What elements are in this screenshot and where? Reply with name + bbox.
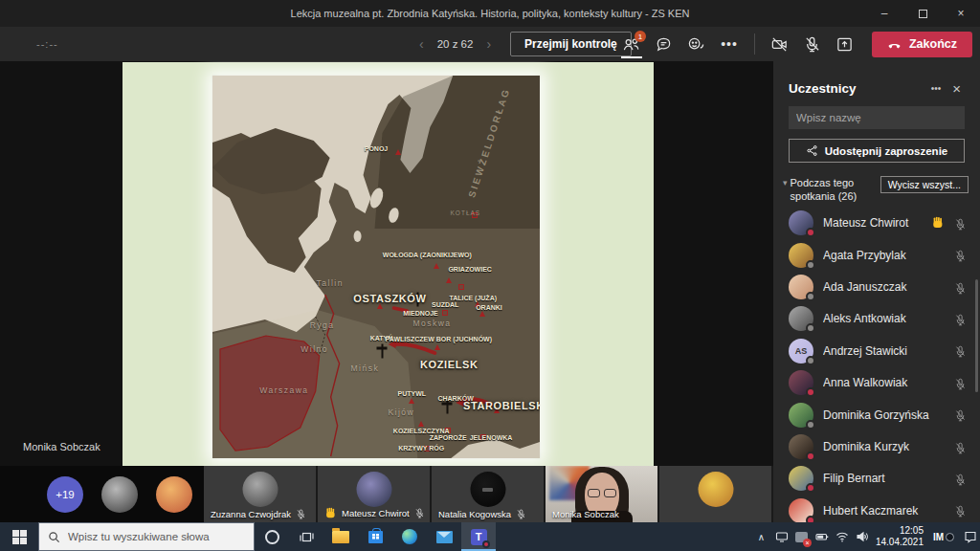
edge-button[interactable] [392,522,427,551]
hidden-participant-avatar[interactable] [156,476,192,513]
task-view-button[interactable] [289,522,323,551]
maximize-button[interactable] [903,0,942,27]
chat-icon [655,35,673,54]
participant-avatar [789,498,813,522]
tray-expand-button[interactable]: ∧ [751,522,771,551]
participant-row[interactable]: Aleks Antkowiak [773,303,980,335]
file-explorer-icon [332,531,349,543]
section-chevron-icon[interactable]: ▾ [783,178,788,187]
share-invite-button[interactable]: Udostępnij zaproszenie [789,139,965,163]
tile-avatar [356,472,391,507]
next-slide-button[interactable]: › [486,37,491,51]
cross-marker [377,343,388,358]
participant-row[interactable]: Mateusz Chwirot [773,208,980,239]
taskbar-search[interactable] [38,522,255,551]
video-tile[interactable]: Natalia Kogowska [432,466,544,522]
participant-row[interactable]: Dominika Kurzyk [773,430,980,462]
teams-icon: T [471,529,487,545]
map-label: KOZIELSZCZYNA [393,427,450,433]
start-button[interactable] [0,522,38,551]
mic-off-icon[interactable] [954,441,967,453]
volume-tray-icon[interactable] [852,522,872,551]
reactions-button[interactable] [681,29,712,59]
share-icon [806,144,818,157]
tile-name: Zuzanna Czwojdrak [211,509,291,519]
video-tile[interactable]: Zuzanna Czwojdrak [204,466,316,522]
overflow-count-badge[interactable]: +19 [47,476,83,513]
presence-badge [806,292,815,301]
battery-tray-icon[interactable] [812,522,832,551]
participant-row[interactable]: Hubert Kaczmarek [773,495,980,522]
mail-button[interactable] [427,522,461,551]
participant-name: Aleks Antkowiak [823,312,945,325]
mic-off-icon[interactable] [954,377,967,389]
participant-row[interactable]: Filip Bernart [773,463,980,495]
more-actions-button[interactable]: ••• [714,29,745,59]
mic-off-icon[interactable] [954,249,967,261]
mic-off-icon[interactable] [954,281,967,294]
video-tile[interactable]: Mateusz Chwirot [318,466,430,522]
share-screen-button[interactable] [830,29,860,59]
mic-off-icon[interactable] [954,504,967,517]
participant-avatar [789,370,813,395]
map-label: Ryga [310,320,335,330]
hidden-participant-avatar[interactable] [101,476,138,513]
map-label: Moskwa [412,319,451,328]
taskbar-search-input[interactable] [68,531,245,542]
file-explorer-button[interactable] [323,522,358,551]
participant-row[interactable]: Ada Januszczak [773,271,980,302]
display-tray-icon[interactable] [771,522,791,551]
panel-close-button[interactable]: × [947,80,967,97]
video-tile[interactable]: Monika Sobczak [546,466,657,522]
prev-slide-button[interactable]: ‹ [419,37,424,51]
triangle-marker [479,311,485,317]
participant-row[interactable]: Dominika Gorzyńska [773,399,980,430]
mic-off-icon[interactable] [954,217,967,230]
cortana-button[interactable] [255,522,289,551]
action-center-button[interactable] [960,522,980,551]
map-label: STAROBIELSK [463,400,540,411]
window-title: Lekcja muzealna pt. Zbrodnia Katyńska. H… [0,8,980,19]
mute-all-button[interactable]: Wycisz wszyst... [880,176,969,193]
participant-search-input[interactable] [789,106,965,129]
mic-off-icon[interactable] [954,313,967,325]
triangle-marker [409,398,414,404]
tile-avatar [698,472,733,507]
participant-row[interactable]: Agata Przybylak [773,239,980,271]
participant-row[interactable]: ASAndrzej Stawicki [773,335,980,366]
mic-off-icon[interactable] [954,473,967,485]
reactions-icon [687,35,705,54]
mic-off-icon[interactable] [954,344,967,357]
more-icon: ••• [721,36,738,52]
map-label: MIEDNOJE [403,310,438,317]
tile-name: Natalia Kogowska [438,509,511,519]
end-call-button[interactable]: Zakończ [872,32,972,57]
panel-more-button[interactable]: ••• [925,83,947,94]
presence-badge [806,228,815,237]
mic-off-icon[interactable] [954,408,967,421]
wifi-tray-icon[interactable] [832,522,852,551]
raised-hand-icon [931,216,945,230]
presence-badge [806,483,815,493]
participant-row[interactable]: Anna Walkowiak [773,367,980,399]
close-button[interactable]: × [942,0,980,27]
tile-avatar [470,472,505,507]
participant-name: Dominika Kurzyk [823,440,945,453]
participants-button[interactable]: 1 [616,29,647,59]
map-label: WOŁOGDA (ZAONIKIJEWO) [383,251,472,257]
minimize-button[interactable]: – [865,0,903,27]
microsoft-store-button[interactable] [358,522,392,551]
video-tile[interactable] [659,466,771,522]
take-control-button[interactable]: Przejmij kontrolę [510,32,632,56]
chat-button[interactable] [649,29,679,59]
mic-off-button[interactable] [797,29,828,59]
taskbar-clock[interactable]: 12:05 14.04.2021 [872,522,927,551]
input-method-indicator[interactable]: IM [927,522,960,551]
participants-panel: Uczestnicy ••• × Udostępnij zaproszenie … [773,61,980,522]
teams-taskbar-button[interactable]: T [461,522,496,551]
camera-off-button[interactable] [765,29,795,59]
raised-hand-icon [324,507,337,519]
panel-title: Uczestnicy [789,81,925,96]
panel-scrollbar[interactable] [975,279,978,392]
app-error-tray-icon[interactable] [791,522,812,551]
